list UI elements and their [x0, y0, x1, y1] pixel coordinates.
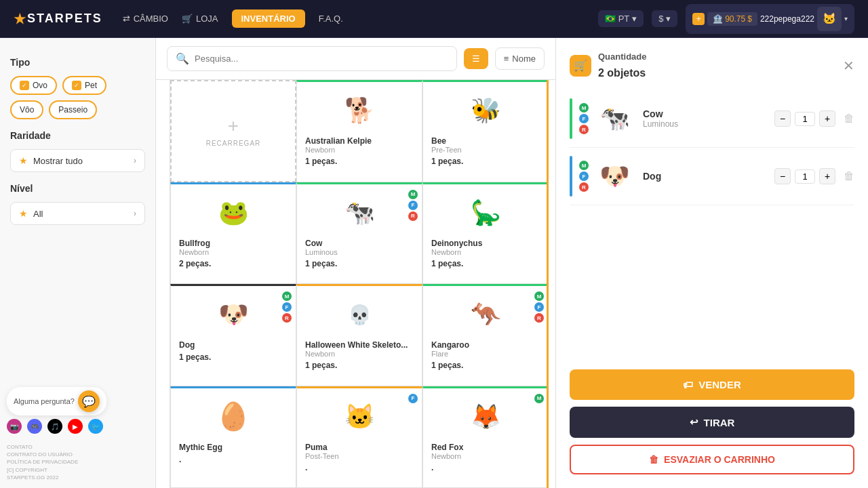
- list-item[interactable]: M F R 🦘 Kangaroo Flare 1 peças.: [422, 284, 549, 386]
- pet-name: Red Fox: [431, 443, 463, 452]
- youtube-icon[interactable]: ▶: [68, 419, 83, 434]
- pet-badges: M F R: [408, 190, 418, 221]
- qty-decrease-button[interactable]: −: [774, 168, 791, 184]
- pet-badges: M: [534, 394, 544, 403]
- pet-price: 2 peças.: [179, 259, 211, 268]
- list-item[interactable]: M F R 🐄 Cow Luminous 1 peças.: [296, 182, 422, 285]
- instagram-icon[interactable]: 📷: [7, 419, 22, 434]
- pet-price: 1 peças.: [179, 352, 211, 362]
- quantity-label: Quantidade: [598, 52, 647, 62]
- sell-button[interactable]: 🏷 VENDER: [570, 369, 854, 400]
- close-cart-button[interactable]: ✕: [843, 58, 854, 74]
- main-layout: Tipo ✓ Ovo ✓ Pet Vôo Passeio Raridade ★ …: [0, 38, 868, 488]
- pet-grid: + RECARREGAR 🐕 Australian Kelpie Newborn…: [170, 80, 549, 488]
- grid-wrapper: + RECARREGAR 🐕 Australian Kelpie Newborn…: [156, 80, 555, 488]
- pet-price: 1 peças.: [431, 157, 463, 166]
- pet-image: 💀: [339, 294, 380, 335]
- rarity-title: Raridade: [10, 130, 145, 141]
- social-icons: 📷 🎮 🎵 ▶ 🐦: [7, 419, 106, 434]
- filter-voo[interactable]: Vôo: [10, 100, 43, 119]
- nav-links: ⇄ CÂMBIO 🛒 LOJA INVENTÁRIO F.A.Q.: [123, 9, 578, 28]
- user-section: + 🏦 90.75 $ 222pepega222 🐱 ▾: [686, 4, 854, 34]
- pet-image: 🐸: [213, 192, 254, 233]
- qty-increase-button[interactable]: +: [819, 110, 835, 127]
- sell-icon: 🏷: [683, 379, 693, 390]
- pet-name: Dog: [179, 340, 195, 350]
- pet-badges: M F R: [282, 291, 292, 323]
- qty-input[interactable]: [795, 169, 815, 184]
- cart-header: 🛒 Quantidade 2 objetos ✕: [570, 52, 854, 79]
- rarity-filter[interactable]: ★ Mostrar tudo ›: [10, 149, 145, 172]
- level-title: Nível: [10, 183, 145, 194]
- nav-cambio[interactable]: ⇄ CÂMBIO: [123, 14, 168, 24]
- level-star-icon: ★: [19, 208, 28, 219]
- cart-panel: 🛒 Quantidade 2 objetos ✕ M F R 🐄 Cow: [556, 38, 868, 488]
- chat-button[interactable]: 💬: [78, 390, 100, 412]
- filter-passeio[interactable]: Passeio: [49, 100, 97, 119]
- tiktok-icon[interactable]: 🎵: [47, 419, 62, 434]
- inventory-header: 🔍 ☰ ≡ Nome: [156, 38, 555, 80]
- pet-price: 1 peças.: [305, 157, 337, 166]
- nav-loja[interactable]: 🛒 LOJA: [182, 14, 218, 24]
- add-plus-icon: +: [228, 115, 239, 137]
- name-sort-button[interactable]: ≡ Nome: [495, 47, 545, 70]
- cart-item: M F R 🐄 Cow Luminous − + 🗑: [570, 90, 854, 148]
- chat-prompt: Alguma pergunta? 💬: [7, 387, 106, 415]
- cart-item-image: 🐶: [594, 156, 635, 197]
- pet-price: 1 peças.: [431, 259, 463, 268]
- mascot-section: Alguma pergunta? 💬 📷 🎮 🎵 ▶ 🐦: [7, 387, 106, 434]
- nav-faq[interactable]: F.A.Q.: [319, 14, 343, 24]
- wallet-button[interactable]: 🏦 90.75 $: [707, 12, 757, 26]
- qty-increase-button[interactable]: +: [819, 168, 835, 184]
- sort-icon: ☰: [472, 54, 480, 64]
- cart-item-indicator: [570, 98, 572, 139]
- pet-image: 🐱: [339, 396, 380, 437]
- filter-pet[interactable]: ✓ Pet: [62, 76, 106, 95]
- cart-item-sub: Luminous: [643, 119, 774, 129]
- sidebar: Tipo ✓ Ovo ✓ Pet Vôo Passeio Raridade ★ …: [0, 38, 156, 488]
- language-selector[interactable]: 🇧🇷 PT ▾: [598, 10, 644, 27]
- pet-image: 🐝: [465, 90, 506, 131]
- pet-name: Halloween White Skeleto...: [305, 340, 408, 350]
- list-item[interactable]: 🐕 Australian Kelpie Newborn 1 peças.: [296, 80, 422, 182]
- qty-input[interactable]: [795, 112, 815, 126]
- type-title: Tipo: [10, 57, 145, 68]
- sidebar-footer: CONTATO CONTRATO DO USUÁRIO POLÍTICA DE …: [7, 443, 149, 481]
- search-icon: 🔍: [176, 52, 189, 65]
- pet-name: Bullfrog: [179, 239, 210, 248]
- discord-icon[interactable]: 🎮: [27, 419, 42, 434]
- list-item[interactable]: 💀 Halloween White Skeleto... Newborn 1 p…: [296, 284, 422, 386]
- currency-selector[interactable]: $ ▾: [652, 10, 677, 27]
- filter-ovo[interactable]: ✓ Ovo: [10, 76, 57, 95]
- add-funds-button[interactable]: +: [692, 13, 705, 25]
- nav-inventario[interactable]: INVENTÁRIO: [232, 9, 305, 28]
- clear-cart-button[interactable]: 🗑 ESVAZIAR O CARRINHO: [570, 445, 854, 474]
- qty-decrease-button[interactable]: −: [774, 110, 791, 127]
- list-item[interactable]: M 🦊 Red Fox Newborn .: [422, 386, 549, 489]
- chevron-right-icon: ›: [134, 156, 136, 165]
- search-input[interactable]: [195, 54, 448, 64]
- pet-image: 🦕: [465, 192, 506, 233]
- pet-image: 🦊: [465, 396, 506, 437]
- pet-image: 🦘: [465, 294, 506, 335]
- list-item[interactable]: 🐸 Bullfrog Newborn 2 peças.: [170, 182, 296, 285]
- pet-badges: M F R: [534, 291, 544, 323]
- take-button[interactable]: ↩ TIRAR: [570, 407, 854, 438]
- reload-card[interactable]: + RECARREGAR: [170, 80, 296, 182]
- twitter-icon[interactable]: 🐦: [88, 419, 103, 434]
- list-item[interactable]: 🦕 Deinonychus Newborn 1 peças.: [422, 182, 549, 285]
- inventory-area: 🔍 ☰ ≡ Nome + RECARREGAR 🐕 Australia: [156, 38, 556, 488]
- delete-item-button[interactable]: 🗑: [844, 113, 854, 125]
- list-item[interactable]: M F R 🐶 Dog 1 peças.: [170, 284, 296, 386]
- sort-button[interactable]: ☰: [464, 48, 488, 69]
- level-filter[interactable]: ★ All ›: [10, 202, 145, 225]
- list-item[interactable]: F 🐱 Puma Post-Teen .: [296, 386, 422, 489]
- reload-label: RECARREGAR: [206, 140, 261, 147]
- list-item[interactable]: 🥚 Mythic Egg .: [170, 386, 296, 489]
- delete-item-button[interactable]: 🗑: [844, 170, 854, 182]
- pet-image: 🐄: [339, 192, 380, 233]
- list-item[interactable]: 🐝 Bee Pre-Teen 1 peças.: [422, 80, 549, 182]
- cart-qty-control: − +: [774, 110, 835, 127]
- cart-actions: 🏷 VENDER ↩ TIRAR 🗑 ESVAZIAR O CARRINHO: [570, 369, 854, 474]
- search-box: 🔍: [167, 46, 457, 71]
